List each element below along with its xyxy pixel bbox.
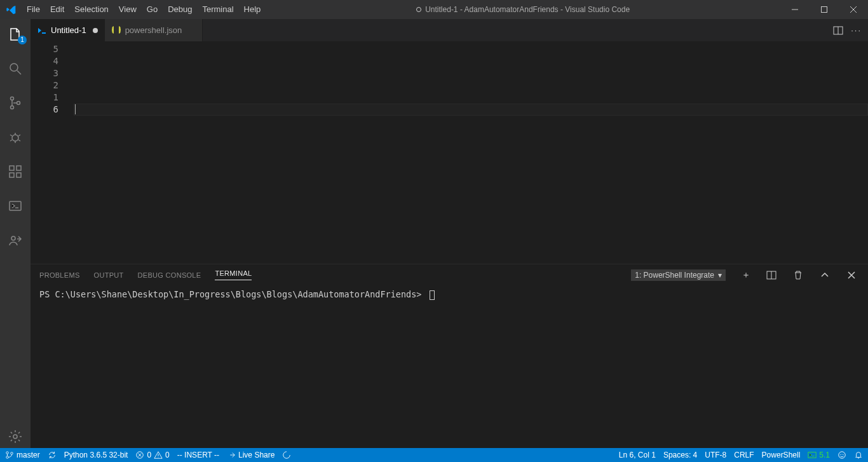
svg-point-17: [11, 452, 13, 455]
menu-go[interactable]: Go: [142, 0, 163, 19]
menu-debug[interactable]: Debug: [163, 0, 197, 19]
line-number: 2: [31, 79, 58, 92]
svg-point-1: [10, 64, 18, 71]
editor-tabs: Untitled-1 powershell.json ···: [31, 19, 868, 41]
svg-point-20: [839, 452, 846, 459]
terminal-prompt: PS C:\Users\Shane\Desktop\In_Progress\Bl…: [39, 289, 421, 299]
status-language[interactable]: PowerShell: [762, 451, 801, 459]
tab-label: Untitled-1: [51, 25, 86, 35]
menu-help[interactable]: Help: [239, 0, 266, 19]
powershell-file-icon: [37, 25, 47, 36]
tab-untitled-1[interactable]: Untitled-1: [31, 19, 105, 41]
status-sync[interactable]: [48, 451, 57, 459]
status-python[interactable]: Python 3.6.5 32-bit: [64, 451, 128, 459]
explorer-badge: 1: [18, 36, 27, 44]
activity-settings[interactable]: [0, 425, 31, 448]
svg-point-21: [841, 454, 841, 454]
status-ps-version[interactable]: 5.1: [808, 451, 830, 459]
svg-point-11: [11, 236, 15, 240]
json-file-icon: [111, 25, 121, 36]
menu-selection[interactable]: Selection: [69, 0, 113, 19]
svg-point-15: [6, 452, 9, 454]
panel-tab-debug-console[interactable]: DEBUG CONSOLE: [138, 271, 201, 279]
kill-terminal-icon[interactable]: [793, 270, 806, 280]
activity-powershell[interactable]: [0, 194, 31, 217]
dirty-indicator-icon: [416, 7, 421, 12]
ps-version-label: 5.1: [819, 451, 830, 459]
activity-explorer[interactable]: 1: [0, 23, 31, 46]
status-notifications-icon[interactable]: [854, 451, 863, 459]
warning-count: 0: [165, 451, 170, 459]
activity-debug[interactable]: [0, 126, 31, 149]
editor-group: Untitled-1 powershell.json ··· 5: [31, 19, 868, 448]
svg-rect-7: [10, 173, 14, 177]
status-encoding[interactable]: UTF-8: [705, 451, 726, 459]
line-number-gutter: 5 4 3 2 1 6: [31, 41, 62, 264]
status-feedback-icon[interactable]: [837, 451, 846, 459]
status-vim-mode: -- INSERT --: [177, 451, 219, 459]
svg-rect-0: [822, 7, 827, 13]
tab-powershell-json[interactable]: powershell.json: [105, 19, 203, 41]
svg-point-16: [6, 456, 9, 459]
activity-search[interactable]: [0, 57, 31, 80]
activity-source-control[interactable]: [0, 92, 31, 114]
maximize-button[interactable]: [810, 0, 839, 19]
line-number: 4: [31, 55, 58, 67]
activity-bar: 1: [0, 19, 31, 448]
terminal-selector-label: 1: PowerShell Integrate: [635, 271, 714, 280]
svg-point-4: [17, 102, 20, 105]
menu-view[interactable]: View: [114, 0, 142, 19]
window-controls: [780, 0, 868, 19]
panel-tab-problems[interactable]: PROBLEMS: [39, 271, 80, 279]
window-title: Untitled-1 - AdamAutomatorAndFriends - V…: [266, 5, 780, 14]
terminal-selector[interactable]: 1: PowerShell Integrate ▾: [631, 269, 726, 281]
status-problems[interactable]: 0 0: [135, 451, 169, 459]
status-cursor-position[interactable]: Ln 6, Col 1: [619, 451, 656, 459]
vscode-logo-icon: [0, 4, 22, 15]
activity-liveshare[interactable]: [0, 229, 31, 252]
svg-rect-19: [808, 452, 816, 458]
status-eol[interactable]: CRLF: [734, 451, 754, 459]
minimize-button[interactable]: [780, 0, 810, 19]
maximize-panel-icon[interactable]: [820, 270, 832, 280]
status-bar: master Python 3.6.5 32-bit 0 0 -- INSERT…: [0, 448, 868, 462]
error-count: 0: [147, 451, 151, 459]
line-number: 3: [31, 67, 58, 79]
main-area: 1 Unti: [0, 19, 868, 448]
code-area[interactable]: [62, 41, 868, 264]
split-editor-icon[interactable]: [833, 25, 843, 36]
dirty-dot-icon: [93, 28, 98, 33]
activity-extensions[interactable]: [0, 160, 31, 183]
window-title-text: Untitled-1 - AdamAutomatorAndFriends - V…: [425, 5, 630, 14]
menu-bar: File Edit Selection View Go Debug Termin…: [22, 0, 266, 19]
line-number: 6: [31, 104, 58, 116]
editor-actions: ···: [827, 19, 868, 41]
close-panel-icon[interactable]: [846, 270, 859, 280]
more-actions-icon[interactable]: ···: [851, 25, 862, 35]
panel: PROBLEMS OUTPUT DEBUG CONSOLE TERMINAL 1…: [31, 264, 868, 448]
menu-file[interactable]: File: [22, 0, 45, 19]
editor[interactable]: 5 4 3 2 1 6: [31, 41, 868, 264]
svg-point-2: [11, 97, 14, 100]
terminal-body[interactable]: PS C:\Users\Shane\Desktop\In_Progress\Bl…: [31, 285, 868, 448]
split-terminal-icon[interactable]: [766, 270, 779, 280]
status-liveshare[interactable]: Live Share: [227, 451, 275, 459]
line-number: 5: [31, 43, 58, 55]
svg-point-22: [843, 454, 843, 454]
new-terminal-icon[interactable]: ＋: [740, 269, 752, 281]
panel-tab-terminal[interactable]: TERMINAL: [215, 269, 252, 280]
status-indent[interactable]: Spaces: 4: [663, 451, 697, 459]
text-cursor-icon: [75, 104, 76, 114]
panel-tab-output[interactable]: OUTPUT: [94, 271, 124, 279]
menu-terminal[interactable]: Terminal: [197, 0, 238, 19]
terminal-cursor-icon: [430, 290, 435, 300]
menu-edit[interactable]: Edit: [45, 0, 69, 19]
svg-rect-6: [10, 166, 14, 170]
status-branch[interactable]: master: [5, 451, 40, 459]
close-button[interactable]: [839, 0, 868, 19]
line-number: 1: [31, 92, 58, 104]
liveshare-label: Live Share: [238, 451, 275, 459]
chevron-down-icon: ▾: [718, 271, 722, 280]
svg-point-5: [12, 135, 18, 141]
svg-rect-8: [17, 173, 21, 177]
